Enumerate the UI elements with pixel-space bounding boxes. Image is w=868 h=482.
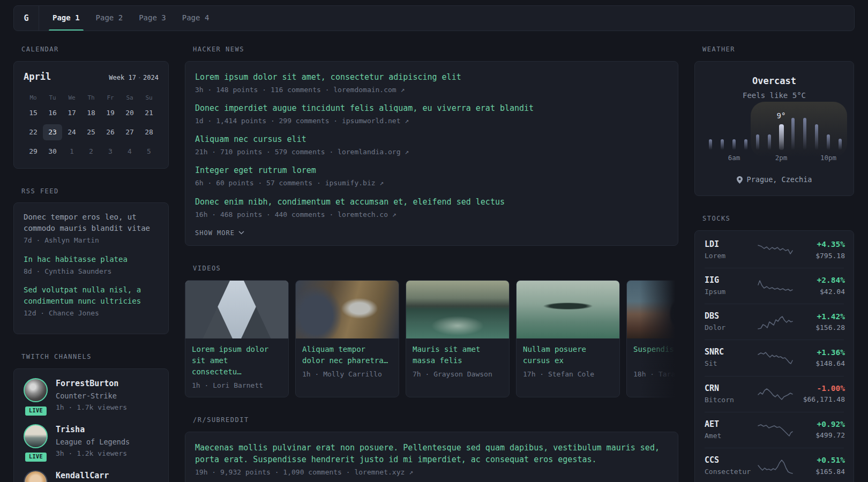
sparkline-path <box>758 425 792 436</box>
stock-ticker: AET <box>705 419 757 430</box>
hacker-news-item-meta[interactable]: 1d · 1,414 points · 299 comments · ipsum… <box>195 116 668 126</box>
weather-bar <box>721 139 724 150</box>
twitch-channel-category: Counter-Strike <box>56 391 127 401</box>
video-title[interactable]: Suspendisse diam <box>633 344 678 366</box>
stock-name: Dolor <box>705 323 757 333</box>
video-thumbnail <box>185 281 288 338</box>
video-thumbnail <box>296 281 399 338</box>
hacker-news-item-title[interactable]: Lorem ipsum dolor sit amet, consectetur … <box>195 71 668 83</box>
calendar-week-year: Week 17·2024 <box>109 73 159 82</box>
weather-temp-label: 9° <box>777 111 786 122</box>
stock-price: $42.04 <box>794 287 845 297</box>
video-title[interactable]: Nullam posuere cursus ex <box>523 344 613 366</box>
calendar-section-label: CALENDAR <box>21 45 169 54</box>
subreddit-post-title[interactable]: Maecenas mollis pulvinar erat non posuer… <box>195 442 668 465</box>
page-tabs: Page 1 Page 2 Page 3 Page 4 <box>44 6 217 31</box>
calendar-day-header: Fr <box>101 92 120 105</box>
video-meta: 1h · Lori Barnett <box>192 381 282 390</box>
weather-hour-column <box>740 118 752 150</box>
weather-bar <box>756 134 759 150</box>
calendar-date: 4 <box>120 144 139 160</box>
sparkline-path <box>758 352 792 364</box>
videos-carousel: Lorem ipsum dolor sit amet consectetu… 1… <box>185 280 678 397</box>
hacker-news-item-meta[interactable]: 21h · 710 points · 579 comments · loreml… <box>195 147 668 157</box>
stock-values: +0.51% $165.84 <box>794 455 845 476</box>
video-meta: 17h · Stefan Cole <box>523 370 613 379</box>
chevron-down-icon <box>238 231 244 235</box>
hacker-news-item-title[interactable]: Donec enim nibh, condimentum et accumsan… <box>195 196 668 208</box>
hacker-news-item-meta[interactable]: 6h · 60 points · 57 comments · ipsumify.… <box>195 178 668 188</box>
weather-hour-column: 10pm <box>822 118 834 150</box>
weather-bar <box>744 139 747 150</box>
calendar-day-header: Th <box>81 92 101 105</box>
stock-percent-change: -1.00% <box>794 383 845 394</box>
video-card[interactable]: Lorem ipsum dolor sit amet consectetu… 1… <box>185 280 289 397</box>
page-tab[interactable]: Page 3 <box>138 6 167 31</box>
video-card[interactable]: Nullam posuere cursus ex 17h · Stefan Co… <box>516 280 620 397</box>
stock-sparkline <box>757 458 794 474</box>
stock-id: AET Amet <box>705 419 757 441</box>
rss-item-title[interactable]: In hac habitasse platea <box>24 254 159 265</box>
calendar-date: 16 <box>43 105 62 121</box>
twitch-channel-row[interactable]: LIVE ForrestBurton Counter-Strike 1h · 1… <box>24 378 159 412</box>
weather-section-label: WEATHER <box>702 45 854 54</box>
video-card[interactable]: Aliquam tempor dolor nec pharetra… 1h · … <box>295 280 399 397</box>
hacker-news-item-title[interactable]: Aliquam nec cursus elit <box>195 133 668 145</box>
page-tab[interactable]: Page 4 <box>181 6 211 31</box>
hacker-news-item-meta[interactable]: 3h · 148 points · 116 comments · loremdo… <box>195 85 668 95</box>
stock-row[interactable]: LDI Lorem +4.35% $795.18 <box>705 232 844 268</box>
stock-id: CCS Consectetur <box>705 455 757 477</box>
weather-time-label: 10pm <box>820 153 836 163</box>
page-tab[interactable]: Page 1 <box>51 6 81 31</box>
twitch-channel-row[interactable]: LIVE Trisha League of Legends 3h · 1.2k … <box>24 424 159 458</box>
stock-row[interactable]: AET Amet +0.92% $499.72 <box>705 412 844 448</box>
stocks-widget: STOCKS LDI Lorem <box>694 214 854 482</box>
hacker-news-item-meta[interactable]: 16h · 468 points · 440 comments · loremt… <box>195 210 668 220</box>
video-title[interactable]: Mauris sit amet massa felis <box>413 344 503 366</box>
calendar-date: 2 <box>81 144 101 160</box>
rss-item-title[interactable]: Sed volutpat nulla nisl, a condimentum n… <box>24 284 159 307</box>
stock-id: CRN Bitcorn <box>705 383 757 405</box>
twitch-channel-row[interactable]: KendallCarr <box>24 470 159 482</box>
hacker-news-widget: HACKER NEWS Lorem ipsum dolor sit amet, … <box>185 45 678 246</box>
stock-values: -1.00% $66,171.48 <box>794 383 845 404</box>
stocks-card: LDI Lorem +4.35% $795.18 <box>694 230 854 482</box>
video-card[interactable]: Suspendisse diam 18h · Tara <box>626 280 678 397</box>
sparkline-chart <box>757 278 794 294</box>
calendar-header: April Week 17·2024 <box>24 71 159 84</box>
stock-row[interactable]: IIG Ipsum +2.84% $42.04 <box>705 268 844 304</box>
rss-item-meta: 12d · Chance Jones <box>24 308 159 318</box>
video-title[interactable]: Lorem ipsum dolor sit amet consectetu… <box>192 344 282 378</box>
page-tab[interactable]: Page 2 <box>95 6 124 31</box>
video-title[interactable]: Aliquam tempor dolor nec pharetra… <box>302 344 392 366</box>
calendar-date: 30 <box>43 144 62 160</box>
rss-item: Sed volutpat nulla nisl, a condimentum n… <box>24 284 159 318</box>
twitch-channel-name[interactable]: ForrestBurton <box>56 378 127 389</box>
weather-feels-like: Feels like 5°C <box>705 91 844 101</box>
twitch-channel-name[interactable]: KendallCarr <box>56 470 109 481</box>
stock-sparkline <box>757 278 794 294</box>
stock-row[interactable]: SNRC Sit +1.36% $148.64 <box>705 340 844 376</box>
hacker-news-item-title[interactable]: Donec imperdiet augue tincidunt felis al… <box>195 102 668 114</box>
stock-row[interactable]: DBS Dolor +1.42% $156.28 <box>705 304 844 340</box>
video-card[interactable]: Mauris sit amet massa felis 7h · Grayson… <box>406 280 510 397</box>
weather-hour-column <box>834 118 846 150</box>
twitch-channel-name[interactable]: Trisha <box>56 424 130 435</box>
hacker-news-show-more-button[interactable]: SHOW MORE <box>195 229 244 237</box>
stock-row[interactable]: CRN Bitcorn -1.00% $66,171.48 <box>705 376 844 412</box>
hacker-news-item-title[interactable]: Integer eget rutrum lorem <box>195 164 668 176</box>
rss-widget: RSS FEED Donec tempor eros leo, ut commo… <box>13 187 169 334</box>
rss-item-title[interactable]: Donec tempor eros leo, ut commodo mauris… <box>24 212 159 234</box>
subreddit-post-meta[interactable]: 19h · 9,932 points · 1,090 comments · lo… <box>195 468 668 477</box>
stock-ticker: IIG <box>705 275 757 286</box>
dot-separator: · <box>138 74 141 81</box>
stock-row[interactable]: CCS Consectetur +0.51% $165.84 <box>705 448 844 482</box>
app-logo[interactable]: G <box>14 6 39 31</box>
stock-name: Sit <box>705 359 757 368</box>
stock-ticker: CCS <box>705 455 757 466</box>
calendar-widget: CALENDAR April Week 17·2024 Mo Tu <box>13 45 169 169</box>
calendar-date: 22 <box>24 124 43 140</box>
weather-hour-column <box>764 118 775 150</box>
sparkline-chart <box>757 458 794 474</box>
stock-values: +1.42% $156.28 <box>794 311 845 333</box>
